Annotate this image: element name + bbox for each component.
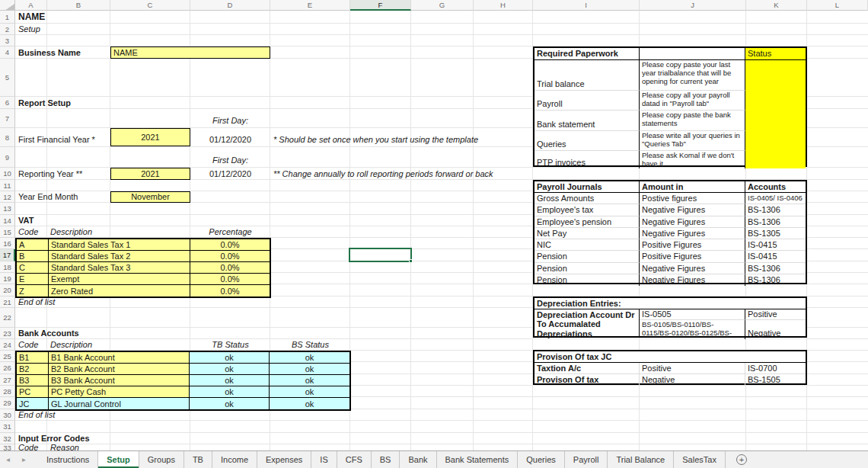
payroll-name-cell[interactable]: Gross Amounts [535,193,640,204]
provision-account-cell[interactable]: BS-1505 [745,374,806,385]
reporting-year-note[interactable]: ** Change annually to roll reporting per… [271,168,496,180]
row-header-8[interactable]: 8 [0,128,15,147]
paperwork-note-cell[interactable]: Please copy all your payroll datad in "P… [640,91,745,111]
fill-handle[interactable] [409,259,413,263]
provision-account-cell[interactable]: IS-0700 [745,363,806,374]
vat-description-cell[interactable]: Standard Sales Tax 2 [49,251,190,261]
row-header-14[interactable]: 14 [0,215,15,226]
depreciation-sign-cell[interactable]: Negative [745,320,806,339]
row-header-19[interactable]: 19 [0,273,15,284]
tab-expenses[interactable]: Expenses [257,451,311,468]
payroll-name-cell[interactable]: Net Pay [535,228,640,239]
payroll-amount-cell[interactable]: Negative Figures [640,228,745,239]
sheet-subtitle-cell[interactable]: Setup [16,24,43,35]
business-name-label[interactable]: Business Name [16,46,83,59]
payroll-accounts-header[interactable]: Accounts [745,181,806,193]
payroll-name-cell[interactable]: Pension [535,251,640,263]
row-header-16[interactable]: 16 [0,238,15,249]
column-header-g[interactable]: G [411,0,474,11]
row-header-23[interactable]: 23 [0,328,15,339]
bank-bs-status-cell[interactable]: ok [270,398,349,409]
vat-code-cell[interactable]: A [17,239,49,250]
paperwork-status-merged-cell[interactable] [745,60,806,168]
payroll-amount-cell[interactable]: Negative Figures [640,204,745,216]
next-sheet-arrow-icon[interactable]: ► [16,451,32,468]
row-header-12[interactable]: 12 [0,191,15,203]
payroll-name-cell[interactable]: Pension [535,274,640,286]
payroll-name-cell[interactable]: NIC [535,239,640,251]
row33-reason-label[interactable]: Reason [48,444,81,450]
column-header-f-selected[interactable]: F [350,0,411,11]
depreciation-sign-cell[interactable]: Positive [745,309,806,320]
provision-sign-cell[interactable]: Positive [640,363,745,374]
column-header-j[interactable]: J [640,0,746,11]
vat-percentage-cell[interactable]: 0.0% [190,274,270,284]
sheet-title-cell[interactable]: NAME [16,11,47,24]
bank-bs-status-cell[interactable]: ok [270,352,349,363]
business-name-input-cell[interactable]: NAME [110,46,270,59]
paperwork-note-cell[interactable]: Please ask Komal if we don't have it [640,151,745,168]
row-header-27[interactable]: 27 [0,374,15,386]
row-header-21[interactable]: 21 [0,297,15,308]
bank-tb-status-cell[interactable]: ok [190,364,270,374]
payroll-amount-cell[interactable]: Negative Figures [640,274,745,286]
row-header-9[interactable]: 9 [0,147,15,168]
tab-salestax[interactable]: SalesTax [674,451,726,468]
depreciation-title[interactable]: Depreciation Entries: [535,298,806,309]
bank-tb-status-cell[interactable]: ok [190,386,270,397]
row-header-5[interactable]: 5 [0,59,15,97]
end-of-list-label-2[interactable]: End of list [16,409,57,421]
bank-description-cell[interactable]: B3 Bank Account [49,375,190,386]
first-day-label-2[interactable]: First Day: [190,147,270,168]
vat-code-cell[interactable]: B [17,251,49,261]
tab-groups[interactable]: Groups [139,451,184,468]
bank-header-bs-status[interactable]: BS Status [270,339,350,351]
column-header-l[interactable]: L [807,0,868,11]
payroll-accounts-cell[interactable]: BS-1305 [745,228,806,239]
row-header-29[interactable]: 29 [0,397,15,409]
bank-code-cell[interactable]: PC [17,386,49,397]
paperwork-item-cell[interactable]: Queries [535,131,640,151]
row-header-11[interactable]: 11 [0,180,15,191]
provision-sign-cell[interactable]: Negative [640,374,745,385]
bank-tb-status-cell[interactable]: ok [190,398,270,409]
column-header-i[interactable]: I [533,0,640,11]
row-header-24[interactable]: 24 [0,339,15,351]
vat-percentage-cell[interactable]: 0.0% [190,239,270,250]
provision-label-cell[interactable]: Provison Of tax [535,374,640,385]
vat-description-cell[interactable]: Standard Sales Tax 3 [49,262,190,273]
add-sheet-button[interactable]: + [736,454,747,465]
vat-percentage-cell[interactable]: 0.0% [190,251,270,261]
bank-description-cell[interactable]: B1 Bank Account [49,352,190,363]
payroll-accounts-cell[interactable]: BS-1306 [745,263,806,274]
depreciation-label-cell[interactable]: To Accumalated Depreciations [535,319,640,339]
row33-code-label[interactable]: Code [16,444,40,450]
vat-percentage-cell[interactable]: 0.0% [190,285,270,297]
payroll-amount-cell[interactable]: Positive Figures [640,251,745,263]
tab-trial-balance[interactable]: Trial Balance [608,451,674,468]
paperwork-note-cell[interactable]: Please write all your queries in "Querie… [640,131,745,151]
row-header-25[interactable]: 25 [0,351,15,362]
first-financial-year-note[interactable]: * Should be set once when you start usin… [271,128,480,147]
row-header-28[interactable]: 28 [0,386,15,397]
row-header-6[interactable]: 6 [0,97,15,109]
payroll-accounts-cell[interactable]: BS-1306 [745,216,806,228]
payroll-accounts-cell[interactable]: IS-0405/ IS-0406 [745,193,806,204]
vat-title[interactable]: VAT [16,215,36,226]
column-header-b[interactable]: B [47,0,110,11]
tab-bank-statements[interactable]: Bank Statements [437,451,519,468]
year-end-month-input-cell[interactable]: November [110,191,190,203]
bank-header-description[interactable]: Description [48,339,94,351]
bank-accounts-title[interactable]: Bank Accounts [16,328,81,339]
row-header-30[interactable]: 30 [0,409,15,421]
row-header-18[interactable]: 18 [0,261,15,273]
bank-code-cell[interactable]: B3 [17,375,49,386]
paperwork-item-cell[interactable]: Bank statement [535,111,640,131]
vat-code-cell[interactable]: Z [17,285,49,297]
column-header-d[interactable]: D [190,0,270,11]
row-header-26[interactable]: 26 [0,362,15,374]
payroll-journals-title[interactable]: Payroll Journals [535,181,640,193]
required-paperwork-note-header[interactable] [640,48,745,60]
input-error-codes-title[interactable]: Input Error Codes [16,433,92,444]
row-header-22[interactable]: 22 [0,308,15,328]
